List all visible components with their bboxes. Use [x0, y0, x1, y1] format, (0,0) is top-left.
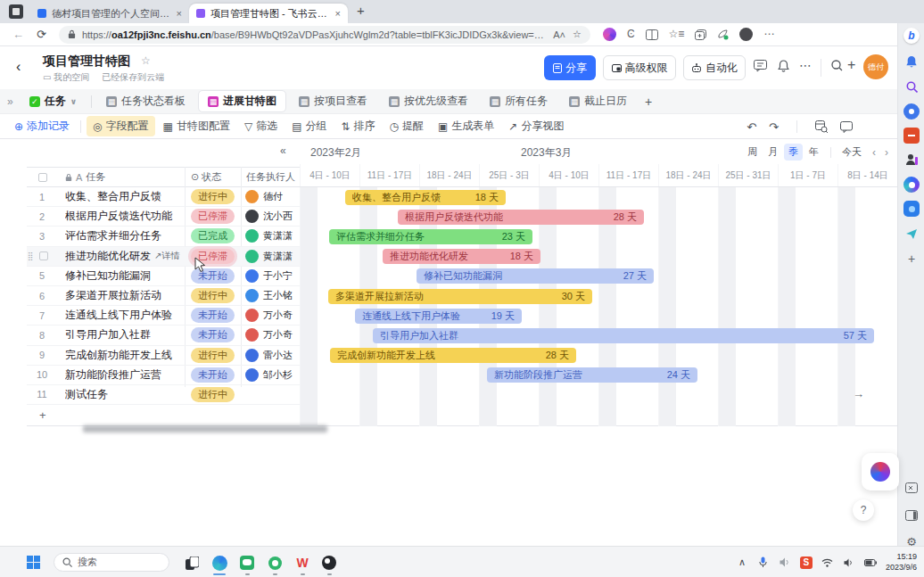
browser-essentials-icon[interactable] — [717, 29, 729, 40]
user-avatar[interactable]: 德付 — [863, 54, 888, 79]
gantt-bar[interactable]: 评估需求并细分任务23 天 — [329, 229, 532, 244]
zoom-level-button[interactable]: 月 — [763, 144, 782, 161]
zoom-level-button[interactable]: 年 — [804, 144, 823, 161]
obs-icon[interactable] — [320, 554, 338, 572]
rail-bell-icon[interactable] — [903, 54, 920, 70]
speaker-icon[interactable] — [779, 557, 791, 567]
prev-icon[interactable]: ‹ — [870, 146, 878, 159]
table-row[interactable]: 6多渠道开展拉新活动进行中王小铭 — [27, 286, 300, 306]
rail-tag-icon[interactable] — [903, 103, 920, 120]
tab-close-icon[interactable]: × — [177, 8, 182, 19]
comment-bubble-icon[interactable] — [840, 121, 853, 133]
url-field[interactable]: https://oa12fpji3nc.feishu.cn/base/B9HWb… — [59, 26, 590, 44]
gantt-bar[interactable]: 完成创新功能开发上线28 天 — [330, 348, 576, 363]
table-row[interactable]: 11测试任务进行中 — [27, 385, 300, 405]
toolbar-item[interactable]: ▽筛选 — [238, 116, 284, 136]
table-row[interactable]: 5修补已知功能漏洞未开始于小宁 — [27, 267, 300, 286]
find-in-table-icon[interactable] — [815, 120, 828, 133]
status-badge[interactable]: 未开始 — [191, 327, 235, 342]
toolbar-item[interactable]: ◎字段配置 — [87, 116, 154, 136]
toolbar-item[interactable]: ⇅排序 — [334, 116, 381, 136]
executor-cell[interactable]: 德付 — [245, 190, 283, 203]
browser-menu-icon[interactable]: ⋯ — [763, 28, 774, 41]
notifications-bell-icon[interactable] — [778, 60, 789, 72]
favorites-icon[interactable]: ☆≡ — [669, 28, 685, 41]
gantt-bar[interactable]: 修补已知功能漏洞27 天 — [417, 268, 654, 284]
executor-cell[interactable]: 万小奇 — [245, 309, 293, 322]
copilot-bing-icon[interactable]: b — [903, 28, 920, 44]
task-name-cell[interactable]: 连通线上线下用户体验 — [65, 308, 188, 323]
task-name-cell[interactable]: 推进功能优化研发↗详情 — [65, 249, 188, 264]
rail-toolbox-icon[interactable] — [903, 128, 920, 144]
status-badge[interactable]: 未开始 — [191, 367, 235, 383]
table-row[interactable]: 10新功能阶段推广运营未开始邹小杉 — [27, 366, 300, 385]
scroll-to-bar-arrow[interactable]: → — [853, 387, 864, 400]
status-badge[interactable]: 进行中 — [191, 189, 235, 204]
executor-cell[interactable]: 于小宁 — [245, 269, 293, 283]
tab-actions-icon[interactable] — [9, 4, 23, 19]
view-tab[interactable]: ▦所有任务 — [481, 91, 557, 111]
header-add-icon[interactable]: + — [847, 57, 855, 73]
table-row[interactable]: 3评估需求并细分任务已完成黄潇潇 — [27, 227, 300, 246]
column-header-executor[interactable]: 任务执行人 — [246, 170, 295, 184]
view-tab-tasks[interactable]: ✓ 任务 ∨ — [21, 94, 86, 109]
automation-button[interactable]: 自动化 — [683, 55, 746, 80]
task-name-cell[interactable]: 引导用户加入社群 — [65, 327, 188, 342]
view-tab[interactable]: ▦按项目查看 — [290, 91, 376, 111]
sogou-input-icon[interactable]: S — [800, 556, 813, 569]
rail-search-icon[interactable] — [903, 78, 920, 95]
start-button[interactable] — [27, 556, 40, 569]
wps-icon[interactable]: W — [293, 554, 311, 572]
table-row[interactable]: 7连通线上线下用户体验未开始万小奇 — [27, 306, 300, 326]
microphone-icon[interactable] — [757, 556, 770, 568]
select-all-checkbox[interactable] — [38, 173, 47, 182]
gantt-bar[interactable]: 新功能阶段推广运营24 天 — [487, 367, 697, 383]
status-badge[interactable]: 进行中 — [191, 387, 235, 402]
task-name-cell[interactable]: 测试任务 — [65, 387, 188, 402]
task-name-cell[interactable]: 评估需求并细分任务 — [65, 228, 188, 243]
wechat-work-icon[interactable] — [238, 554, 256, 572]
gantt-bar[interactable]: 连通线上线下用户体验19 天 — [355, 309, 522, 324]
gantt-bar[interactable]: 多渠道开展拉新活动30 天 — [328, 289, 592, 304]
ai-assistant-button[interactable] — [862, 453, 899, 490]
help-button[interactable]: ? — [853, 499, 874, 521]
space-crumb[interactable]: ▭ 我的空间 — [43, 71, 89, 84]
header-search-icon[interactable] — [831, 60, 843, 71]
edge-taskbar-icon[interactable] — [210, 554, 228, 572]
executor-cell[interactable]: 黄潇潇 — [245, 229, 293, 243]
column-header-task[interactable]: A 任务 — [65, 170, 163, 184]
row-checkbox[interactable] — [39, 251, 48, 260]
rail-camera-app-icon[interactable] — [903, 201, 920, 217]
toolbar-item[interactable]: ▤分组 — [285, 116, 333, 136]
toolbar-item[interactable]: ↗分享视图 — [502, 116, 570, 136]
browser-tab[interactable]: 德村项目管理的个人空间_鄂唯× — [30, 4, 189, 23]
executor-cell[interactable]: 万小奇 — [245, 328, 293, 342]
task-name-cell[interactable]: 多渠道开展拉新活动 — [65, 288, 188, 303]
new-tab-button[interactable]: + — [357, 3, 365, 18]
taskbar-search[interactable]: 搜索 — [54, 553, 169, 572]
zoom-level-button[interactable]: 季 — [784, 144, 803, 161]
rail-paper-plane-icon[interactable] — [903, 226, 920, 242]
rail-people-icon[interactable] — [903, 152, 920, 168]
task-name-cell[interactable]: 完成创新功能开发上线 — [65, 348, 188, 363]
view-tab[interactable]: ▦截止日历 — [560, 91, 636, 111]
browser-profile-avatar[interactable] — [739, 28, 753, 41]
browser-tab[interactable]: 项目管理甘特图 - 飞书云文档× — [189, 4, 348, 23]
redo-icon[interactable]: ↷ — [769, 120, 779, 134]
header-more-icon[interactable]: ⋯ — [799, 58, 812, 72]
view-tab[interactable]: ▦按优先级查看 — [380, 91, 477, 111]
back-button[interactable]: ← — [12, 28, 24, 41]
add-record-button[interactable]: ⊕添加记录 — [9, 117, 75, 136]
collapse-table-icon[interactable]: « — [280, 144, 286, 157]
extension-icon[interactable] — [603, 28, 616, 41]
undo-icon[interactable]: ↶ — [747, 120, 756, 134]
executor-cell[interactable]: 沈小西 — [245, 210, 293, 223]
drag-handle-icon[interactable]: ⣿ — [28, 251, 33, 260]
collections-icon[interactable] — [695, 29, 706, 40]
status-badge[interactable]: 进行中 — [191, 288, 235, 303]
back-chevron-icon[interactable]: ‹ — [16, 59, 21, 75]
add-row-button[interactable]: + — [27, 405, 300, 425]
battery-icon[interactable] — [864, 559, 877, 566]
gantt-bar[interactable]: 推进功能优化研发18 天 — [383, 249, 540, 264]
rail-hide-sidebar-icon[interactable] — [903, 480, 920, 496]
